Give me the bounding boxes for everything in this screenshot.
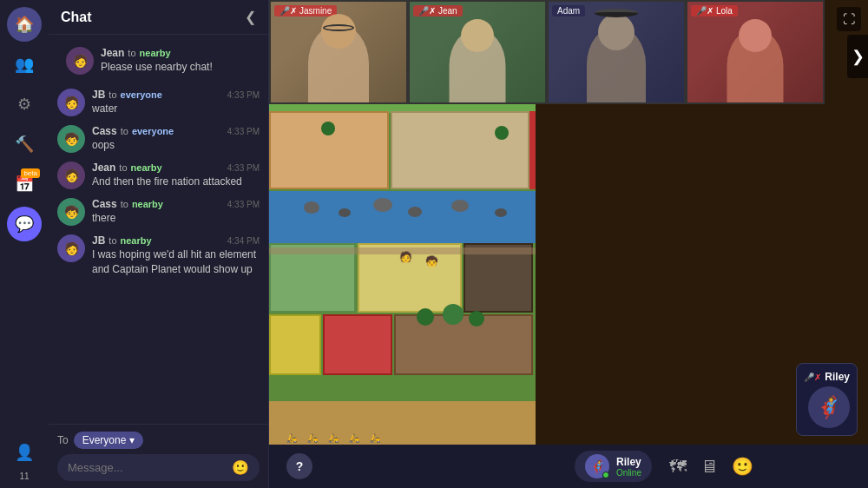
msg-time-4: 4:33 PM xyxy=(227,200,260,209)
avatar-jb-1: 🧑 xyxy=(57,89,85,116)
avatar-jean-0: 🧑 xyxy=(66,47,94,75)
chevron-down-icon: ▾ xyxy=(129,434,135,446)
chat-recipient-select[interactable]: Everyone ▾ xyxy=(74,432,144,449)
avatar-cass-2: 🧒 xyxy=(57,125,85,153)
chat-recipient-value: Everyone xyxy=(82,434,127,446)
msg-to-0: to xyxy=(128,48,135,58)
msg-header-1: JB to everyone 4:33 PM xyxy=(92,89,260,101)
nav-build[interactable]: 🔨 xyxy=(7,127,42,162)
msg-text-5: I was hoping we'd all hit an element and… xyxy=(92,247,260,277)
msg-header-4: Cass to nearby 4:33 PM xyxy=(92,198,260,210)
chat-panel: Chat ❮ 🧑 Jean to nearby Please use nearb… xyxy=(49,0,269,488)
msg-time-5: 4:34 PM xyxy=(227,236,260,246)
msg-sender-2: Cass xyxy=(92,125,117,137)
msg-channel-2: everyone xyxy=(132,126,174,136)
main-game-area: 🎤✗ Jasmine 🎤✗ Jean Adam xyxy=(269,0,868,488)
msg-to-3: to xyxy=(119,162,127,173)
msg-text-3: And then the fire nation attacked xyxy=(92,175,260,189)
msg-text-4: there xyxy=(92,211,260,226)
chat-message-3: 🧑 Jean to nearby 4:33 PM And then the fi… xyxy=(57,158,260,193)
msg-sender-3: Jean xyxy=(92,162,115,174)
chat-message-2: 🧒 Cass to everyone 4:33 PM oops xyxy=(57,122,260,156)
nav-home[interactable]: 🏠 xyxy=(7,7,42,42)
msg-content-2: Cass to everyone 4:33 PM oops xyxy=(92,125,260,153)
emoji-button[interactable]: 🙂 xyxy=(232,459,249,476)
nav-settings[interactable]: ⚙ xyxy=(7,87,42,122)
msg-time-3: 4:33 PM xyxy=(227,163,260,173)
riley-popup-avatar: 🦸 xyxy=(808,386,850,428)
msg-channel-4: nearby xyxy=(132,199,163,209)
msg-header-3: Jean to nearby 4:33 PM xyxy=(92,162,260,174)
msg-to-2: to xyxy=(121,126,128,136)
chat-input-row: 🙂 xyxy=(57,454,260,481)
map-icon[interactable]: 🗺 xyxy=(669,457,687,477)
msg-content-0: Jean to nearby Please use nearby chat! xyxy=(101,47,251,75)
beta-badge: beta xyxy=(21,168,40,178)
avatar-jb-5: 🧑 xyxy=(57,234,85,262)
msg-content-3: Jean to nearby 4:33 PM And then the fire… xyxy=(92,162,260,189)
msg-time-1: 4:33 PM xyxy=(227,90,260,100)
online-status-dot xyxy=(602,472,609,478)
msg-header-2: Cass to everyone 4:33 PM xyxy=(92,125,260,137)
msg-content-5: JB to nearby 4:34 PM I was hoping we'd a… xyxy=(92,234,260,277)
chat-message-1: 🧑 JB to everyone 4:33 PM water xyxy=(57,85,260,120)
screen-icon[interactable]: 🖥 xyxy=(700,457,718,477)
msg-sender-5: JB xyxy=(92,234,105,247)
msg-content-4: Cass to nearby 4:33 PM there xyxy=(92,198,260,226)
msg-time-2: 4:33 PM xyxy=(227,127,260,136)
nav-calendar[interactable]: beta 📅 xyxy=(7,167,42,201)
chat-message-input[interactable] xyxy=(68,461,227,474)
user-status-text: Online xyxy=(616,468,641,478)
chat-to-row: To Everyone ▾ xyxy=(57,432,260,449)
game-map[interactable]: 🧑 🧒 MEETINGS 🛵 🛵 🛵 🛵 🛵 xyxy=(269,0,868,445)
chat-title: Chat xyxy=(61,10,92,25)
user-avatar: 🦸 xyxy=(585,454,609,478)
chat-messages: 🧑 Jean to nearby Please use nearby chat!… xyxy=(49,35,268,424)
nav-people[interactable]: 👥 xyxy=(7,47,42,82)
msg-sender-1: JB xyxy=(92,89,105,101)
user-name: Riley xyxy=(616,456,641,468)
msg-sender-0: Jean xyxy=(101,47,124,59)
msg-header-5: JB to nearby 4:34 PM xyxy=(92,234,260,247)
chat-message-0: 🧑 Jean to nearby Please use nearby chat! xyxy=(57,42,260,80)
avatar-jean-3: 🧑 xyxy=(57,162,85,189)
left-nav: 🏠 👥 ⚙ 🔨 beta 📅 💬 👤 11 xyxy=(0,0,49,488)
riley-popup: 🎤✗ Riley 🦸 xyxy=(796,363,858,436)
map-left-section[interactable]: 🧑 🧒 MEETINGS 🛵 🛵 🛵 🛵 🛵 xyxy=(269,0,538,445)
nav-chat[interactable]: 💬 xyxy=(7,207,42,241)
chat-header: Chat ❮ xyxy=(49,0,268,35)
user-info: Riley Online xyxy=(616,456,641,478)
msg-to-5: to xyxy=(108,235,116,246)
help-button[interactable]: ? xyxy=(286,453,312,479)
bottom-emoji-icon[interactable]: 🙂 xyxy=(732,456,753,477)
nav-people2[interactable]: 👤 xyxy=(7,435,42,470)
msg-channel-0: nearby xyxy=(140,48,171,58)
msg-content-1: JB to everyone 4:33 PM water xyxy=(92,89,260,116)
msg-text-0: Please use nearby chat! xyxy=(101,60,251,75)
user-count-badge: 11 xyxy=(19,472,29,481)
msg-text-2: oops xyxy=(92,138,260,153)
msg-header-0: Jean to nearby xyxy=(101,47,251,59)
msg-sender-4: Cass xyxy=(92,198,117,210)
msg-channel-5: nearby xyxy=(121,235,152,246)
chat-message-4: 🧒 Cass to nearby 4:33 PM there xyxy=(57,195,260,229)
bottom-bar: ? 🦸 Riley Online 🗺 🖥 🙂 xyxy=(269,445,868,488)
riley-popup-name: Riley xyxy=(825,371,850,383)
msg-text-1: water xyxy=(92,102,260,116)
chat-message-5: 🧑 JB to nearby 4:34 PM I was hoping we'd… xyxy=(57,231,260,280)
chat-to-label: To xyxy=(57,434,69,446)
msg-channel-1: everyone xyxy=(121,89,162,100)
chat-collapse-button[interactable]: ❮ xyxy=(245,9,256,25)
avatar-cass-4: 🧒 xyxy=(57,198,85,226)
msg-to-1: to xyxy=(108,89,116,100)
msg-channel-3: nearby xyxy=(131,162,162,173)
chat-input-area: To Everyone ▾ 🙂 xyxy=(49,424,268,488)
msg-to-4: to xyxy=(121,199,128,209)
user-status-pill: 🦸 Riley Online xyxy=(575,451,652,482)
bottom-icons: 🗺 🖥 🙂 xyxy=(669,456,753,477)
